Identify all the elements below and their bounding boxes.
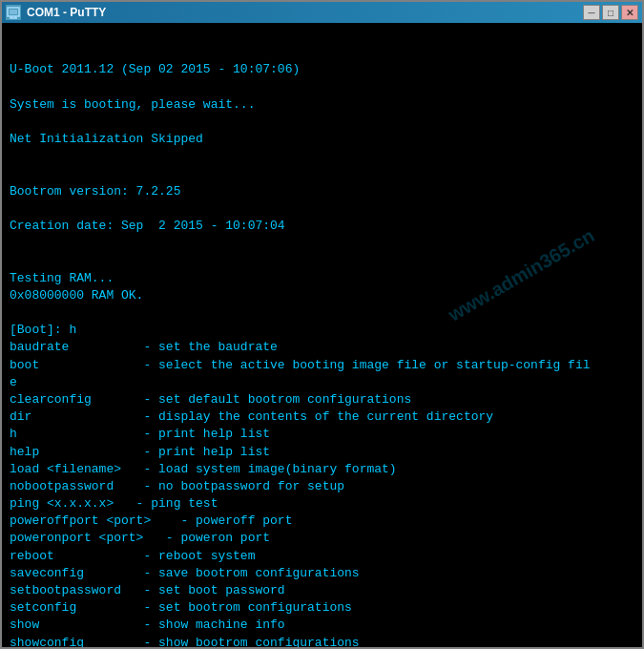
maximize-button[interactable]: □ bbox=[602, 5, 619, 20]
watermark: www.admin365.cn bbox=[444, 222, 600, 328]
terminal-wrapper: www.admin365.cn U-Boot 2011.12 (Sep 02 2… bbox=[2, 23, 642, 647]
svg-rect-1 bbox=[10, 10, 17, 14]
titlebar-buttons: ─ □ ✕ bbox=[583, 5, 638, 20]
close-button[interactable]: ✕ bbox=[621, 5, 638, 20]
titlebar: COM1 - PuTTY ─ □ ✕ bbox=[2, 2, 642, 23]
terminal-content[interactable]: www.admin365.cn U-Boot 2011.12 (Sep 02 2… bbox=[2, 23, 642, 647]
titlebar-left: COM1 - PuTTY bbox=[6, 5, 106, 20]
minimize-button[interactable]: ─ bbox=[583, 5, 600, 20]
main-window: COM1 - PuTTY ─ □ ✕ www.admin365.cn U-Boo… bbox=[0, 0, 644, 649]
app-icon bbox=[6, 5, 21, 20]
window-title: COM1 - PuTTY bbox=[27, 6, 106, 19]
